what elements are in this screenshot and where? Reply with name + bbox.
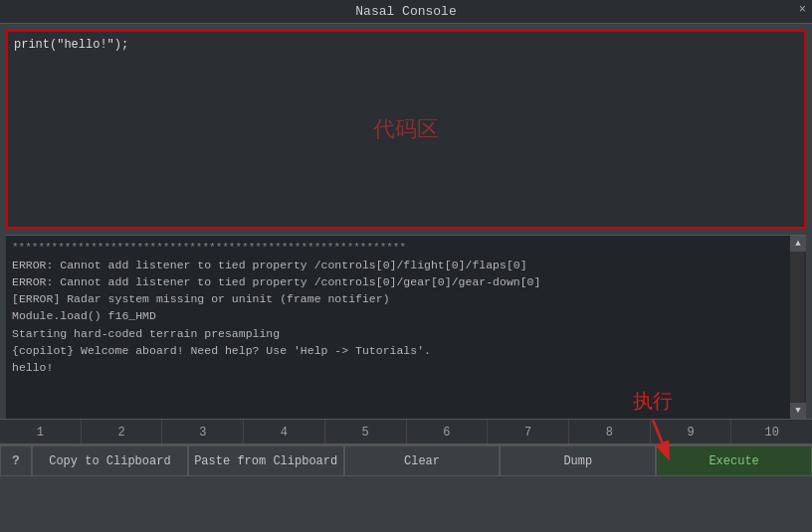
number-row: 12345678910	[0, 419, 812, 444]
execute-button[interactable]: Execute	[656, 445, 812, 476]
code-watermark: 代码区	[373, 114, 439, 144]
code-area-wrapper: print("hello!"); 代码区	[0, 24, 812, 235]
scroll-up-button[interactable]: ▲	[790, 236, 806, 252]
output-line: ERROR: Cannot add listener to tied prope…	[12, 273, 784, 290]
title-bar: Nasal Console ×	[0, 0, 812, 24]
number-cell[interactable]: 1	[0, 420, 82, 443]
close-button[interactable]: ×	[799, 3, 806, 17]
window-title: Nasal Console	[355, 4, 456, 19]
number-cell[interactable]: 7	[488, 420, 569, 443]
scroll-track[interactable]	[790, 252, 804, 403]
scroll-down-button[interactable]: ▼	[790, 403, 806, 419]
clear-button[interactable]: Clear	[344, 445, 501, 476]
number-cell[interactable]: 6	[407, 420, 489, 443]
output-line: ERROR: Cannot add listener to tied prope…	[12, 257, 784, 273]
number-cell[interactable]: 3	[162, 420, 244, 443]
output-line: Module.load() f16_HMD	[12, 307, 784, 324]
output-line: [ERROR] Radar system missing or uninit (…	[12, 290, 784, 307]
code-content: print("hello!");	[14, 38, 128, 52]
number-cell[interactable]: 5	[325, 420, 407, 443]
output-line: hello!	[12, 359, 784, 376]
output-container: ****************************************…	[6, 235, 806, 419]
output-area: ****************************************…	[6, 236, 790, 419]
code-editor[interactable]: print("hello!"); 代码区	[6, 30, 806, 229]
output-line: {copilot} Welcome aboard! Need help? Use…	[12, 342, 784, 359]
number-cell[interactable]: 4	[244, 420, 325, 443]
bottom-toolbar: ? Copy to Clipboard Paste from Clipboard…	[0, 444, 812, 476]
paste-from-clipboard-button[interactable]: Paste from Clipboard	[188, 445, 344, 476]
dump-button[interactable]: Dump	[500, 445, 656, 476]
help-button[interactable]: ?	[0, 445, 32, 476]
number-cell[interactable]: 10	[731, 420, 812, 443]
number-cell[interactable]: 2	[82, 420, 163, 443]
number-cell[interactable]: 8	[569, 420, 651, 443]
number-cell[interactable]: 9	[651, 420, 732, 443]
output-line: Starting hard-coded terrain presampling	[12, 325, 784, 342]
scrollbar[interactable]: ▲ ▼	[790, 236, 806, 419]
output-line: ****************************************…	[12, 240, 784, 257]
copy-to-clipboard-button[interactable]: Copy to Clipboard	[32, 445, 188, 476]
